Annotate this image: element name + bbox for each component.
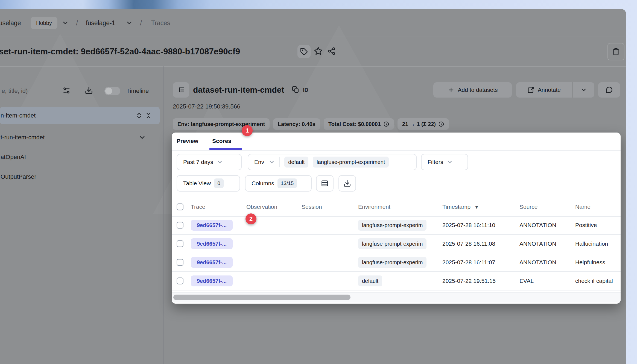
- annotation-mark-2: 2: [246, 213, 256, 224]
- download-icon: [343, 180, 351, 187]
- timeline-toggle[interactable]: [104, 87, 120, 95]
- id-label: ID: [303, 82, 308, 98]
- row-checkbox[interactable]: [177, 222, 183, 229]
- annotation-mark-1: 1: [242, 125, 253, 136]
- row-height-button[interactable]: [316, 175, 334, 192]
- sidebar-item-label: t-run-item-cmdet: [1, 134, 45, 141]
- breadcrumb-separator: /: [76, 19, 78, 27]
- export-button[interactable]: [338, 175, 356, 192]
- add-to-datasets-button[interactable]: Add to datasets: [433, 82, 512, 98]
- column-header-trace[interactable]: Trace: [191, 204, 205, 210]
- columns-count: 13/15: [277, 178, 297, 188]
- table-header: Trace Observation Session Environment Ti…: [172, 198, 621, 217]
- row-checkbox[interactable]: [177, 240, 183, 247]
- env-filter-button[interactable]: Env default langfuse-prompt-experiment: [248, 154, 417, 170]
- breadcrumb-separator: /: [140, 19, 142, 27]
- sidebar-item-dataset-run-item[interactable]: n-item-cmdet: [0, 107, 160, 124]
- select-all-checkbox[interactable]: [177, 204, 183, 210]
- star-icon: [314, 47, 323, 55]
- table-view-count: 0: [214, 178, 224, 188]
- environment-chip: langfuse-prompt-experim: [358, 257, 426, 268]
- table-row[interactable]: 9ed6657f-...langfuse-prompt-experim2025-…: [172, 253, 621, 272]
- filters-label: Filters: [428, 159, 443, 165]
- row-checkbox[interactable]: [177, 278, 183, 284]
- table-view-label: Table View: [183, 180, 211, 187]
- sidebar-divider: [163, 66, 163, 364]
- sidebar-item-label: OutputParser: [1, 173, 36, 180]
- column-header-name[interactable]: Name: [575, 204, 591, 210]
- expand-all-icon[interactable]: [136, 112, 143, 119]
- chevron-down-icon[interactable]: [62, 19, 69, 27]
- environment-chip: default: [358, 275, 382, 286]
- delete-button[interactable]: [607, 43, 624, 60]
- scrollbar-thumb[interactable]: [173, 295, 350, 300]
- comments-button[interactable]: [598, 82, 620, 98]
- environment-chip: langfuse-prompt-experim: [358, 220, 426, 231]
- sidebar-controls: e, title, id) Timeline: [0, 82, 163, 100]
- columns-button[interactable]: Columns 13/15: [245, 175, 312, 192]
- column-header-environment[interactable]: Environment: [358, 204, 390, 210]
- table-row[interactable]: 9ed6657f-...langfuse-prompt-experim2025-…: [172, 235, 621, 253]
- observation-type-badge: [173, 82, 189, 98]
- token-usage-badge: 21 → 1 (Σ 22): [398, 118, 449, 130]
- timeline-label: Timeline: [126, 87, 149, 95]
- table-view-button[interactable]: Table View 0: [177, 175, 240, 192]
- view-settings-button[interactable]: [62, 86, 71, 96]
- column-header-session[interactable]: Session: [302, 204, 322, 210]
- sidebar-item-outputparser[interactable]: OutputParser: [0, 168, 160, 186]
- timestamp-cell: 2025-07-22 19:51:15: [442, 278, 496, 284]
- plan-badge[interactable]: Hobby: [31, 17, 57, 29]
- columns-label: Columns: [252, 180, 274, 187]
- timestamp-cell: 2025-07-28 16:11:10: [442, 222, 495, 228]
- sidebar-item-chatopenai[interactable]: atOpenAI: [0, 148, 160, 166]
- row-checkbox[interactable]: [177, 259, 183, 266]
- add-to-datasets-label: Add to datasets: [458, 87, 498, 93]
- filters-button[interactable]: Filters: [421, 154, 468, 170]
- annotate-button[interactable]: Annotate: [516, 82, 572, 98]
- sidebar-item-label: atOpenAI: [1, 154, 26, 161]
- chevron-down-icon: [446, 159, 453, 165]
- sidebar-search-input[interactable]: e, title, id): [2, 87, 28, 95]
- environment-chip: langfuse-prompt-experim: [358, 238, 426, 249]
- sidebar-item-run-item[interactable]: t-run-item-cmdet: [0, 129, 160, 146]
- source-cell: ANNOTATION: [519, 259, 556, 266]
- share-button[interactable]: [328, 47, 336, 56]
- scores-panel: Preview Scores Past 7 days Env default l…: [172, 133, 621, 304]
- detail-badges: Env: langfuse-prompt-experiment Latency:…: [173, 118, 449, 130]
- chevron-down-icon[interactable]: [126, 19, 133, 27]
- info-icon[interactable]: [383, 121, 389, 127]
- breadcrumb-org[interactable]: uselage: [0, 19, 21, 27]
- table-row[interactable]: 9ed6657f-...langfuse-prompt-experim2025-…: [172, 216, 621, 235]
- timestamp-cell: 2025-07-28 16:11:07: [442, 259, 495, 266]
- trace-id-link[interactable]: 9ed6657f-...: [191, 220, 233, 231]
- annotate-dropdown-button[interactable]: [572, 82, 594, 98]
- download-tree-button[interactable]: [85, 86, 93, 96]
- source-cell: ANNOTATION: [519, 222, 556, 228]
- copy-id-button[interactable]: [292, 86, 299, 94]
- env-value-chip: default: [284, 157, 308, 168]
- edit-icon: [527, 86, 534, 93]
- column-header-source[interactable]: Source: [519, 204, 538, 210]
- share-icon: [328, 47, 336, 55]
- column-header-timestamp[interactable]: Timestamp ▼: [442, 204, 479, 210]
- column-header-observation[interactable]: Observation: [246, 204, 277, 210]
- breadcrumb-project[interactable]: fuselage-1: [86, 19, 115, 27]
- chevron-down-icon[interactable]: [138, 134, 146, 141]
- trace-id-link[interactable]: 9ed6657f-...: [191, 238, 233, 249]
- star-button[interactable]: [314, 47, 323, 57]
- date-range-label: Past 7 days: [183, 159, 213, 165]
- collapse-all-icon[interactable]: [145, 112, 152, 119]
- tag-button[interactable]: [297, 45, 311, 58]
- info-icon[interactable]: [438, 121, 444, 127]
- detail-title: dataset-run-item-cmdet: [193, 82, 284, 98]
- tab-preview[interactable]: Preview: [177, 133, 198, 149]
- horizontal-scrollbar[interactable]: [172, 292, 621, 303]
- source-cell: ANNOTATION: [519, 240, 556, 247]
- date-range-button[interactable]: Past 7 days: [177, 154, 242, 170]
- tab-scores[interactable]: Scores: [212, 133, 231, 149]
- page-title: set-run-item-cmdet: 9ed6657f-52a0-4aac-9…: [0, 47, 240, 57]
- trace-id-link[interactable]: 9ed6657f-...: [191, 275, 233, 286]
- sort-desc-icon: ▼: [474, 205, 479, 210]
- trace-id-link[interactable]: 9ed6657f-...: [191, 257, 233, 268]
- table-row[interactable]: 9ed6657f-...default2025-07-22 19:51:15EV…: [172, 272, 621, 290]
